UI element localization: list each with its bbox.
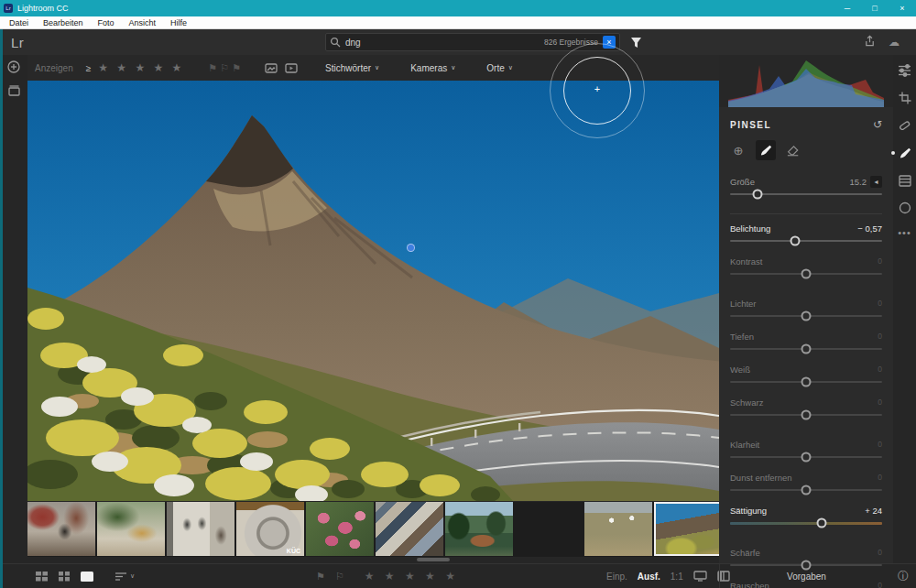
view-mode-buttons [35,571,94,583]
slider-knob[interactable] [802,344,812,354]
thumb-kitchen-sign[interactable]: KÜC [236,502,304,556]
filter-funnel-button[interactable] [627,33,645,51]
more-tools-button[interactable]: ••• [898,227,911,238]
slider-track[interactable] [730,343,882,355]
slider-knob[interactable] [802,377,812,387]
healing-tool-button[interactable] [897,117,913,134]
slider-knob[interactable] [802,561,812,571]
add-photos-button[interactable] [0,55,27,79]
search-clear-button[interactable]: × [603,36,616,49]
reset-brush-button[interactable]: ↺ [873,118,882,131]
slider-track[interactable] [730,267,882,280]
photo-canvas[interactable] [27,81,719,501]
slider-track[interactable] [730,310,882,322]
dropdown-orte[interactable]: Orte∨ [486,63,513,73]
slider-knob[interactable] [802,452,812,463]
slider-dunst-entfernen: Dunst entfernen 0 [730,472,882,496]
brush-paint-button[interactable] [756,140,776,160]
slider-track[interactable] [730,559,882,572]
video-filter-icon [285,63,298,73]
search-input[interactable]: dng 826 Ergebnisse × [325,33,620,51]
slider-track[interactable] [730,188,882,201]
cloud-sync-button[interactable]: ☁ [889,36,900,49]
filmstrip-scroll-thumb[interactable] [417,558,450,561]
slider-knob[interactable] [752,190,762,200]
quick-flags[interactable]: ⚑ ⚐ [316,571,348,583]
slider-knob[interactable] [791,236,801,246]
mosaic-view-button[interactable] [35,571,49,582]
info-button[interactable]: ⓘ [898,569,909,584]
thumb-autumn-house[interactable] [27,502,95,556]
window-controls: ─ □ × [834,0,916,16]
slider-collapse-button[interactable]: ◂ [870,176,882,188]
slider-track[interactable] [730,376,882,388]
adjustments-tool-button[interactable] [897,62,913,79]
quick-stars[interactable]: ★ ★ ★ ★ ★ [365,570,459,583]
slider-track[interactable] [730,408,882,421]
slider-track[interactable] [730,234,882,247]
maximize-button[interactable]: □ [861,0,889,16]
brush-erase-button[interactable] [783,140,803,160]
chevron-down-icon: ∨ [508,64,513,71]
zoom-1to1-button[interactable]: 1:1 [671,572,683,582]
slider-knob[interactable] [802,485,812,495]
slider-knob[interactable] [802,311,812,321]
crop-tool-button[interactable] [897,90,913,106]
menu-hilfe[interactable]: Hilfe [163,16,194,29]
filmstrip: KÜC [27,502,719,557]
rating-stars-filter[interactable]: ★ ★ ★ ★ ★ [98,61,184,74]
panel-title: PINSEL [730,120,771,130]
share-button[interactable] [864,35,876,49]
menu-ansicht[interactable]: Ansicht [122,16,164,29]
slider-label: Schärfe [730,548,760,558]
sort-button[interactable]: ∨ [114,572,135,581]
brush-edit-pin[interactable] [407,244,415,252]
rating-operator[interactable]: ≥ [86,63,92,73]
flag-filters[interactable]: ⚑ ⚐ ⚑ [208,62,241,74]
thumb-balcony-house[interactable] [167,502,234,556]
close-button[interactable]: × [889,0,916,16]
slider-label: Weiß [730,365,750,375]
slider-value: 0 [878,365,882,374]
anzeigen-label[interactable]: Anzeigen [35,63,73,73]
single-view-button[interactable] [80,571,94,583]
grid-view-button[interactable] [58,571,71,582]
zoom-fit-button[interactable]: Einp. [606,572,627,582]
thumb-pink-flowers[interactable] [306,502,374,556]
slider-knob[interactable] [802,269,812,279]
fullscreen-icon[interactable] [693,571,707,582]
brush-sliders: Größe 15.2 ◂ Belichtung − 0,57 Kontrast … [719,162,893,588]
menu-foto[interactable]: Foto [91,16,122,29]
dropdown-stichwörter[interactable]: Stichwörter∨ [325,63,379,73]
thumb-garden-path[interactable] [97,502,165,556]
histogram[interactable] [719,55,893,107]
dropdown-label: Stichwörter [325,63,371,73]
zoom-fill-button[interactable]: Ausf. [638,572,660,582]
slider-track[interactable] [730,484,882,496]
slider-value: − 0,57 [857,223,882,234]
linear-gradient-tool-button[interactable] [897,172,913,189]
thumb-tropical-garden[interactable] [445,502,513,556]
thumb-teide-road[interactable] [654,502,722,556]
histogram-graph [728,58,884,107]
quick-rate-controls: ⚑ ⚐ ★ ★ ★ ★ ★ [316,570,459,583]
album-stack-icon [8,85,20,96]
slider-knob[interactable] [802,410,812,420]
minimize-button[interactable]: ─ [834,0,861,16]
slider-track[interactable] [730,451,882,463]
slider-knob[interactable] [816,518,826,528]
thumb-observatory-1[interactable] [515,502,583,556]
menu-bearbeiten[interactable]: Bearbeiten [36,16,91,29]
slider-groesse: Größe 15.2 ◂ [730,176,882,201]
slider-track[interactable] [730,517,882,529]
brush-tool-button[interactable] [897,145,913,161]
brush-add-button[interactable]: ⊕ [728,140,748,160]
media-type-filters[interactable] [265,63,298,73]
radial-gradient-tool-button[interactable] [897,200,913,216]
thumb-cluttered-room[interactable] [376,502,443,556]
menu-datei[interactable]: Datei [0,16,36,29]
thumb-observatory-2[interactable] [584,502,652,556]
dropdown-kameras[interactable]: Kameras∨ [410,63,455,73]
albums-button[interactable] [0,79,27,103]
photo-filter-icon [265,63,278,73]
